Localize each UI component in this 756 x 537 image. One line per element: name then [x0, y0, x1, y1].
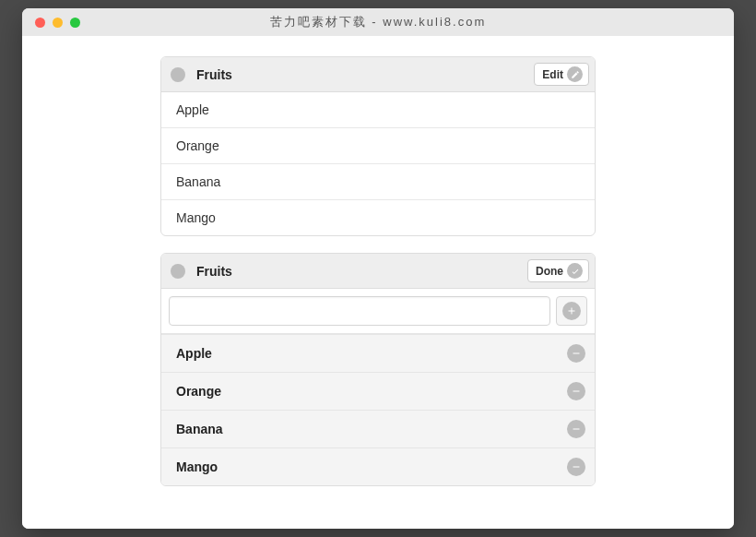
maximize-icon[interactable] — [70, 18, 80, 28]
minus-icon — [567, 458, 585, 476]
plus-icon — [562, 302, 581, 320]
add-item-button[interactable] — [556, 296, 587, 326]
edit-list-item[interactable]: Mango — [161, 448, 595, 485]
list-item[interactable]: Orange — [161, 127, 595, 163]
check-icon — [567, 263, 583, 279]
edit-item-label: Apple — [176, 346, 567, 361]
done-button-label: Done — [536, 265, 563, 278]
window-title: 苦力吧素材下载 - www.kuli8.com — [22, 14, 734, 30]
edit-item-label: Banana — [176, 422, 567, 436]
minus-icon — [567, 344, 585, 363]
panel-indicator-icon — [171, 264, 185, 279]
minus-icon — [567, 382, 585, 400]
edit-item-label: Mango — [176, 459, 567, 474]
list-item[interactable]: Banana — [161, 163, 595, 199]
add-item-row — [161, 289, 595, 334]
panel-title: Fruits — [196, 67, 534, 82]
remove-item-button[interactable] — [567, 420, 585, 438]
panel-indicator-icon — [171, 67, 185, 82]
edit-list-item[interactable]: Apple — [161, 334, 595, 372]
fruits-view-panel: Fruits Edit Apple Orange Banana Mango — [160, 56, 596, 236]
remove-item-button[interactable] — [567, 458, 585, 476]
edit-button-label: Edit — [542, 68, 563, 81]
list: Apple Orange Banana Mango — [161, 92, 595, 235]
app-window: 苦力吧素材下载 - www.kuli8.com Fruits Edit Appl… — [22, 8, 734, 529]
titlebar: 苦力吧素材下载 - www.kuli8.com — [22, 8, 734, 36]
edit-list-item[interactable]: Banana — [161, 410, 595, 448]
minimize-icon[interactable] — [53, 18, 63, 28]
content-area: Fruits Edit Apple Orange Banana Mango Fr… — [22, 36, 734, 529]
panel-title: Fruits — [196, 264, 527, 279]
fruits-edit-panel: Fruits Done Apple — [160, 253, 596, 486]
panel-header: Fruits Done — [161, 254, 595, 289]
edit-button[interactable]: Edit — [534, 63, 589, 86]
done-button[interactable]: Done — [527, 259, 589, 282]
remove-item-button[interactable] — [567, 344, 585, 363]
list-item[interactable]: Mango — [161, 199, 595, 235]
edit-item-label: Orange — [176, 384, 567, 399]
traffic-lights — [22, 18, 80, 28]
minus-icon — [567, 420, 585, 438]
list-item[interactable]: Apple — [161, 92, 595, 127]
panel-header: Fruits Edit — [161, 57, 595, 92]
new-item-input[interactable] — [169, 296, 550, 326]
edit-list-item[interactable]: Orange — [161, 372, 595, 410]
pencil-icon — [567, 66, 583, 82]
remove-item-button[interactable] — [567, 382, 585, 400]
close-icon[interactable] — [35, 18, 45, 28]
